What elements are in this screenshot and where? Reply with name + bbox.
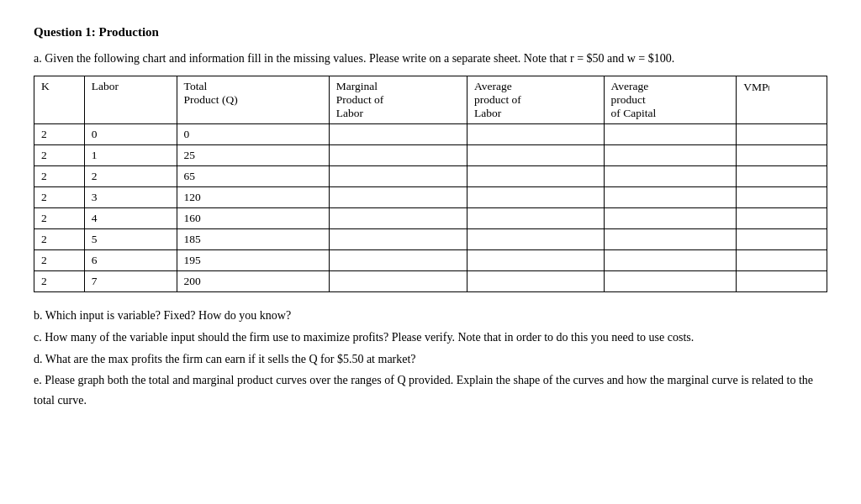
cell-1-2: 25 bbox=[177, 145, 329, 166]
col-header-total-product: TotalProduct (Q) bbox=[177, 76, 329, 124]
table-row: 2125 bbox=[34, 145, 827, 166]
col-header-apk: Averageproductof Capital bbox=[604, 76, 737, 124]
table-row: 23120 bbox=[34, 187, 827, 208]
table-row: 2265 bbox=[34, 166, 827, 187]
cell-0-0: 2 bbox=[34, 124, 85, 145]
cell-3-1: 3 bbox=[84, 187, 177, 208]
cell-4-3 bbox=[329, 208, 467, 229]
cell-1-0: 2 bbox=[34, 145, 85, 166]
cell-6-6 bbox=[737, 250, 827, 271]
cell-7-6 bbox=[737, 271, 827, 292]
table-row: 27200 bbox=[34, 271, 827, 292]
cell-6-4 bbox=[467, 250, 604, 271]
cell-5-0: 2 bbox=[34, 229, 85, 250]
question-b: b. Which input is variable? Fixed? How d… bbox=[34, 306, 827, 326]
cell-1-1: 1 bbox=[84, 145, 177, 166]
cell-2-3 bbox=[329, 166, 467, 187]
cell-1-5 bbox=[604, 145, 737, 166]
cell-4-5 bbox=[604, 208, 737, 229]
question-title: Question 1: Production bbox=[34, 25, 827, 39]
answer-questions: b. Which input is variable? Fixed? How d… bbox=[34, 306, 827, 411]
table-row: 24160 bbox=[34, 208, 827, 229]
cell-3-6 bbox=[737, 187, 827, 208]
intro-text: a. Given the following chart and informa… bbox=[34, 50, 827, 67]
cell-5-3 bbox=[329, 229, 467, 250]
cell-2-6 bbox=[737, 166, 827, 187]
col-header-vmpl: VMPₗ bbox=[737, 76, 827, 124]
cell-1-6 bbox=[737, 145, 827, 166]
cell-5-6 bbox=[737, 229, 827, 250]
cell-2-2: 65 bbox=[177, 166, 329, 187]
cell-6-3 bbox=[329, 250, 467, 271]
cell-7-4 bbox=[467, 271, 604, 292]
cell-6-2: 195 bbox=[177, 250, 329, 271]
table-row: 26195 bbox=[34, 250, 827, 271]
table-header-row: K Labor TotalProduct (Q) MarginalProduct… bbox=[34, 76, 827, 124]
cell-6-1: 6 bbox=[84, 250, 177, 271]
cell-0-3 bbox=[329, 124, 467, 145]
table-row: 200 bbox=[34, 124, 827, 145]
cell-5-2: 185 bbox=[177, 229, 329, 250]
cell-4-6 bbox=[737, 208, 827, 229]
col-header-apl: Averageproduct ofLabor bbox=[467, 76, 604, 124]
table-row: 25185 bbox=[34, 229, 827, 250]
col-header-mpl: MarginalProduct ofLabor bbox=[329, 76, 467, 124]
cell-2-5 bbox=[604, 166, 737, 187]
cell-3-5 bbox=[604, 187, 737, 208]
cell-7-0: 2 bbox=[34, 271, 85, 292]
cell-7-1: 7 bbox=[84, 271, 177, 292]
cell-3-3 bbox=[329, 187, 467, 208]
cell-3-0: 2 bbox=[34, 187, 85, 208]
cell-2-0: 2 bbox=[34, 166, 85, 187]
cell-2-4 bbox=[467, 166, 604, 187]
cell-1-3 bbox=[329, 145, 467, 166]
cell-7-2: 200 bbox=[177, 271, 329, 292]
cell-0-4 bbox=[467, 124, 604, 145]
cell-5-5 bbox=[604, 229, 737, 250]
cell-4-1: 4 bbox=[84, 208, 177, 229]
question-d: d. What are the max profits the firm can… bbox=[34, 349, 827, 370]
cell-3-2: 120 bbox=[177, 187, 329, 208]
cell-4-0: 2 bbox=[34, 208, 85, 229]
col-header-k: K bbox=[34, 76, 85, 124]
cell-0-5 bbox=[604, 124, 737, 145]
cell-0-2: 0 bbox=[177, 124, 329, 145]
cell-3-4 bbox=[467, 187, 604, 208]
cell-5-1: 5 bbox=[84, 229, 177, 250]
cell-7-5 bbox=[604, 271, 737, 292]
cell-4-2: 160 bbox=[177, 208, 329, 229]
question-e: e. Please graph both the total and margi… bbox=[34, 370, 827, 411]
cell-0-1: 0 bbox=[84, 124, 177, 145]
cell-0-6 bbox=[737, 124, 827, 145]
cell-4-4 bbox=[467, 208, 604, 229]
col-header-labor: Labor bbox=[84, 76, 177, 124]
cell-5-4 bbox=[467, 229, 604, 250]
production-table: K Labor TotalProduct (Q) MarginalProduct… bbox=[34, 76, 827, 292]
cell-2-1: 2 bbox=[84, 166, 177, 187]
cell-6-0: 2 bbox=[34, 250, 85, 271]
cell-7-3 bbox=[329, 271, 467, 292]
cell-1-4 bbox=[467, 145, 604, 166]
question-c: c. How many of the variable input should… bbox=[34, 328, 827, 348]
cell-6-5 bbox=[604, 250, 737, 271]
